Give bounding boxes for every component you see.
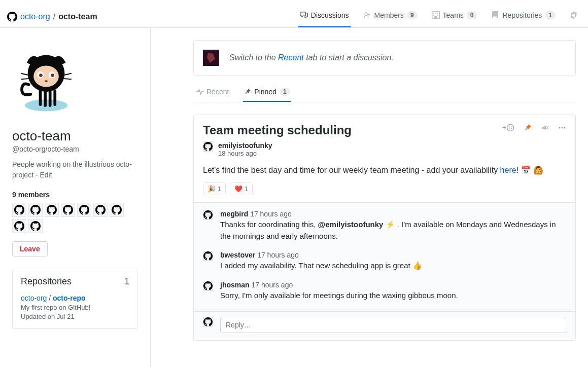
- member-avatar[interactable]: [110, 203, 124, 217]
- pulse-icon: [196, 88, 203, 95]
- member-avatar[interactable]: [28, 203, 43, 217]
- mute-button[interactable]: [541, 123, 549, 132]
- kebab-menu-button[interactable]: [558, 123, 566, 132]
- comment-avatar[interactable]: [203, 281, 213, 291]
- comment-author[interactable]: bwestover: [220, 251, 255, 259]
- post-body: Let's find the best day and time for our…: [194, 157, 575, 182]
- comment-author[interactable]: megbird: [220, 210, 248, 218]
- svg-point-20: [559, 127, 561, 129]
- leave-button[interactable]: Leave: [12, 241, 48, 256]
- tab-repositories[interactable]: Repositories 1: [489, 6, 558, 27]
- banner-text: Switch to the Recent tab to start a disc…: [229, 53, 394, 62]
- comment-text: Thanks for coordinating this, @emilyisto…: [220, 219, 566, 242]
- member-avatar[interactable]: [45, 203, 59, 217]
- post-author[interactable]: emilyistoofunky: [218, 141, 272, 150]
- comment-text: I added my availability. That new schedu…: [220, 260, 566, 272]
- repo-link[interactable]: octo-org / octo-repo: [21, 294, 129, 302]
- svg-point-17: [507, 125, 514, 131]
- subtab-label: Recent: [206, 88, 229, 96]
- repo-updated: Updated on Jul 21: [21, 313, 129, 320]
- current-user-avatar: [203, 317, 213, 327]
- repo-icon: [491, 11, 499, 19]
- discussion-card: Team meeting scheduling + emilyistoofunk…: [193, 115, 576, 341]
- subtab-recent[interactable]: Recent: [195, 83, 230, 102]
- member-avatar[interactable]: [61, 203, 75, 217]
- comments: megbird 17 hours ago Thanks for coordina…: [194, 202, 575, 311]
- breadcrumb-sep: /: [53, 12, 55, 21]
- repos-heading: Repositories: [21, 276, 72, 287]
- member-avatars: [12, 203, 138, 233]
- content: Switch to the Recent tab to start a disc…: [151, 28, 588, 367]
- breadcrumb-team: octo-team: [58, 12, 97, 21]
- comment-item: jhosman 17 hours ago Sorry, I'm only ava…: [203, 281, 566, 302]
- repo-desc: My first repo on GitHub!: [21, 304, 129, 311]
- octocat-avatar-icon: [12, 48, 80, 116]
- discussion-title: Team meeting scheduling: [203, 123, 502, 137]
- member-avatar[interactable]: [93, 203, 108, 217]
- pin-icon: [244, 88, 251, 95]
- comment-item: bwestover 17 hours ago I added my availa…: [203, 251, 566, 272]
- member-avatar[interactable]: [12, 203, 26, 217]
- teams-count: 0: [467, 11, 477, 19]
- people-icon: [363, 11, 371, 19]
- nav-tabs: Discussions Members 9 Teams 0 Repositori…: [298, 6, 578, 27]
- add-reaction-button[interactable]: +: [502, 123, 514, 132]
- repositories-count: 1: [545, 11, 556, 19]
- comment-text: Sorry, I'm only available for meetings d…: [220, 290, 566, 302]
- post-time: 18 hours ago: [218, 150, 272, 157]
- breadcrumb-org[interactable]: octo-org: [20, 12, 50, 21]
- member-avatar[interactable]: [77, 203, 91, 217]
- svg-rect-8: [39, 89, 42, 106]
- team-avatar: [12, 48, 80, 116]
- tab-teams[interactable]: Teams 0: [430, 6, 479, 27]
- top-nav: octo-org / octo-team Discussions Members…: [0, 0, 588, 28]
- sidebar: octo-team @octo-org/octo-team People wor…: [0, 28, 151, 367]
- comment-avatar[interactable]: [203, 210, 213, 220]
- tab-label: Members: [374, 11, 404, 19]
- svg-point-21: [562, 127, 563, 129]
- svg-point-5: [39, 74, 43, 77]
- reply-input[interactable]: [220, 317, 566, 333]
- repo-name[interactable]: octo-repo: [53, 294, 86, 302]
- comment-time: 17 hours ago: [257, 251, 299, 259]
- reaction-confetti[interactable]: 🎉1: [203, 182, 226, 195]
- svg-point-22: [564, 127, 566, 129]
- breadcrumb: octo-org / octo-team: [7, 12, 97, 22]
- svg-rect-11: [53, 89, 56, 106]
- svg-rect-10: [49, 90, 52, 107]
- organization-icon: [432, 11, 440, 19]
- discussion-subtabs: Recent Pinned 1: [193, 83, 576, 102]
- member-avatar[interactable]: [28, 219, 43, 233]
- team-description: People working on the illustrious octo-p…: [12, 159, 138, 180]
- tab-members[interactable]: Members 9: [361, 6, 420, 27]
- reply-row: [194, 311, 575, 340]
- reactions: 🎉1 ❤️1: [194, 182, 575, 202]
- tab-settings[interactable]: [568, 6, 578, 27]
- tab-label: Repositories: [502, 11, 542, 19]
- start-discussion-banner: Switch to the Recent tab to start a disc…: [193, 40, 576, 76]
- mention[interactable]: @emilyistoofunky: [318, 220, 384, 229]
- tab-discussions[interactable]: Discussions: [298, 6, 351, 27]
- repos-count: 1: [124, 276, 129, 287]
- subtab-label: Pinned: [254, 88, 276, 96]
- pinned-count: 1: [280, 88, 290, 96]
- comment-avatar[interactable]: [203, 251, 213, 261]
- subtab-pinned[interactable]: Pinned 1: [243, 83, 291, 102]
- reaction-heart[interactable]: ❤️1: [230, 182, 253, 195]
- discussion-actions: +: [502, 123, 566, 132]
- svg-point-7: [45, 80, 48, 82]
- team-slug: @octo-org/octo-team: [12, 145, 138, 153]
- banner-recent-link[interactable]: Recent: [278, 53, 304, 62]
- author-avatar[interactable]: [203, 141, 213, 152]
- availability-link[interactable]: here: [500, 166, 516, 174]
- member-avatar[interactable]: [12, 219, 26, 233]
- repositories-box: Repositories 1 octo-org / octo-repo My f…: [12, 269, 138, 329]
- comment-author[interactable]: jhosman: [220, 281, 250, 289]
- members-count: 9: [407, 11, 418, 19]
- team-name: octo-team: [12, 128, 138, 144]
- comment-time: 17 hours ago: [250, 210, 292, 218]
- svg-point-18: [509, 127, 510, 128]
- comment-item: megbird 17 hours ago Thanks for coordina…: [203, 210, 566, 242]
- pin-button[interactable]: [524, 123, 532, 132]
- repo-org[interactable]: octo-org: [21, 294, 47, 302]
